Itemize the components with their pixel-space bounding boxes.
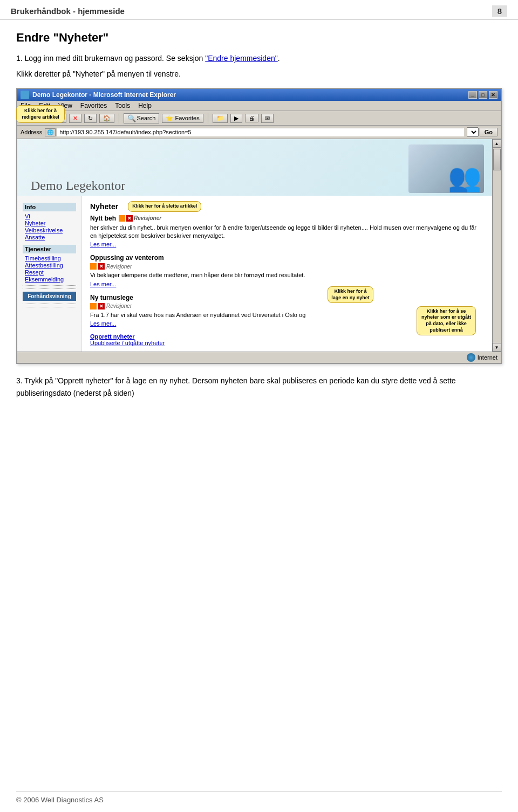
site-title: Demo Legekontor [31, 178, 125, 193]
news-item-1: Nytt beh ✕ Revisjoner her skriver du din… [90, 215, 484, 248]
browser-toolbar: ◀ Back ▾ ▶ ✕ ↻ 🏠 🔍 Search ⭐ Favorites 📁 … [17, 111, 501, 126]
news-item-3-title-text: Ny turnuslege [90, 294, 133, 301]
revision-icon-1: ✕ Revisjoner [119, 215, 161, 222]
media-button[interactable]: ▶ [230, 114, 242, 123]
mail-button[interactable]: ✉ [261, 114, 274, 123]
red-x-icon-2: ✕ [98, 263, 105, 270]
internet-zone: Internet [467, 353, 497, 362]
sidebar-link-resept[interactable]: Resept [25, 269, 76, 276]
browser-title-bar: Demo Legekontor - Microsoft Internet Exp… [17, 89, 501, 101]
browser-title-left: Demo Legekontor - Microsoft Internet Exp… [21, 91, 176, 99]
red-x-icon-1: ✕ [126, 215, 133, 222]
left-sidebar: Info Klikk her for å redigere artikkel V… [17, 196, 82, 352]
search-label-text: Search [137, 115, 156, 121]
orange-flag-icon-2 [90, 263, 97, 270]
sidebar-link-vi[interactable]: Vi [25, 213, 76, 219]
menu-help[interactable]: Help [138, 102, 152, 109]
scroll-up-arrow[interactable]: ▲ [493, 139, 501, 148]
webpage-body: Info Klikk her for å redigere artikkel V… [17, 196, 492, 352]
step-3-text: Trykk på "Opprett nyheter" for å lage en… [16, 376, 456, 397]
page-header: Brukerhåndbok - hjemmeside 8 [0, 0, 518, 20]
step-3-number: 3. [16, 376, 23, 385]
revisjoner-label-2: Revisjoner [106, 264, 132, 270]
copyright-text: © 2006 Well Diagnostics AS [16, 796, 104, 804]
sidebar-link-attestbestilling[interactable]: Attestbestilling [25, 262, 76, 269]
orange-flag-icon-3 [90, 303, 97, 309]
revision-row-2: ✕ Revisjoner [90, 263, 484, 270]
forhands-button[interactable]: Forhåndsvisning [23, 292, 76, 301]
les-mer-3[interactable]: Les mer... [90, 320, 116, 327]
browser-window: Demo Legekontor - Microsoft Internet Exp… [16, 88, 502, 364]
toolbar-separator [119, 113, 119, 123]
refresh-button[interactable]: ↻ [84, 114, 97, 123]
news-item-2: Oppussing av venterom ✕ Revisjoner Vi be… [90, 254, 484, 287]
address-bar: Address 🌐 Go [17, 126, 501, 139]
orange-flag-icon [119, 215, 125, 222]
internet-icon [467, 353, 475, 362]
address-input[interactable] [57, 128, 464, 136]
info-title-text: Info [25, 204, 36, 210]
menu-favorites[interactable]: Favorites [80, 102, 107, 109]
webpage-viewport: Demo Legekontor Info Klikk her for å red… [17, 139, 501, 352]
revisjoner-label-1: Revisjoner [134, 215, 161, 221]
sidebar-divider-4 [23, 307, 76, 307]
news-item-2-title: Oppussing av venterom [90, 254, 484, 262]
browser-menu-bar: File Edit View Favorites Tools Help [17, 101, 501, 111]
page-number: 8 [492, 5, 507, 17]
address-dropdown[interactable] [467, 127, 479, 137]
browser-icon [21, 91, 29, 99]
sidebar-link-timebestilling[interactable]: Timebestilling [25, 255, 76, 262]
step-1-number: 1. [16, 54, 23, 63]
section-title: Endre "Nyheter" [16, 31, 502, 45]
news-item-2-title-text: Oppussing av venterom [90, 254, 164, 262]
sidebar-divider-1 [23, 285, 76, 286]
info-section-title: Info Klikk her for å redigere artikkel [23, 203, 76, 211]
search-button[interactable]: 🔍 Search [124, 113, 160, 123]
search-icon: 🔍 [127, 114, 136, 122]
news-item-2-text: Vi beklager ulempene dette medfører, men… [90, 271, 484, 279]
address-label: Address [21, 129, 42, 135]
step-1: 1. Logg inn med ditt brukernavn og passo… [16, 53, 502, 64]
step-1-text: Logg inn med ditt brukernavn og passord.… [25, 54, 206, 63]
les-mer-2[interactable]: Les mer... [90, 281, 116, 287]
maximize-button[interactable]: □ [479, 91, 487, 99]
stop-button[interactable]: ✕ [69, 114, 81, 123]
tjenester-section-title: Tjenester [23, 245, 76, 253]
se-nyheter-callout: Klikk her for å se nyheter som er utgått… [417, 306, 476, 336]
print-button[interactable]: 🖨 [245, 114, 258, 122]
les-mer-1[interactable]: Les mer... [90, 241, 116, 247]
sidebar-link-ansatte[interactable]: Ansatte [25, 234, 76, 240]
sidebar-link-veibeskrivelse[interactable]: Veibeskrivelse [25, 227, 76, 233]
address-icon: 🌐 [45, 128, 56, 136]
webpage-header: Demo Legekontor [17, 139, 492, 196]
sidebar-link-eksemmelding[interactable]: Eksemmelding [25, 276, 76, 283]
endre-hjemmesiden-link[interactable]: "Endre hjemmesiden" [205, 54, 277, 63]
news-item-3: Ny turnuslege ✕ Revisjoner Fra 1.7 har v… [90, 294, 484, 327]
browser-status-bar: Internet [17, 352, 501, 363]
header-photo [408, 144, 484, 193]
step-3: 3. Trykk på "Opprett nyheter" for å lage… [16, 375, 502, 399]
revisjoner-label-3: Revisjoner [106, 303, 132, 309]
news-item-1-title-text: Nytt beh [90, 215, 116, 222]
main-area: Nyheter Klikk her for å slette artikkel … [82, 196, 492, 352]
minimize-button[interactable]: _ [468, 91, 477, 99]
history-button[interactable]: 📁 [213, 114, 228, 123]
scroll-thumb[interactable] [493, 149, 501, 170]
upubliserte-link[interactable]: Upubliserte / utgåtte nyheter [90, 340, 484, 346]
sidebar-link-nyheter[interactable]: Nyheter [25, 220, 76, 226]
news-item-1-title: Nytt beh ✕ Revisjoner [90, 215, 484, 222]
toolbar-separator2 [208, 113, 208, 123]
go-button[interactable]: Go [480, 128, 497, 136]
sidebar-divider-3 [23, 304, 76, 304]
home-button[interactable]: 🏠 [99, 114, 114, 123]
close-button[interactable]: ✕ [489, 91, 497, 99]
news-item-3-title: Ny turnuslege [90, 294, 484, 301]
favorites-button[interactable]: ⭐ Favorites [162, 114, 203, 123]
menu-tools[interactable]: Tools [115, 102, 130, 109]
scroll-down-arrow[interactable]: ▼ [493, 343, 501, 352]
main-content: Endre "Nyheter" 1. Logg inn med ditt bru… [0, 20, 518, 410]
browser-title-controls[interactable]: _ □ ✕ [468, 91, 497, 99]
sidebar-divider-2 [23, 288, 76, 289]
nyheter-title-text: Nyheter [90, 202, 118, 211]
browser-title-text: Demo Legekontor - Microsoft Internet Exp… [32, 91, 176, 99]
